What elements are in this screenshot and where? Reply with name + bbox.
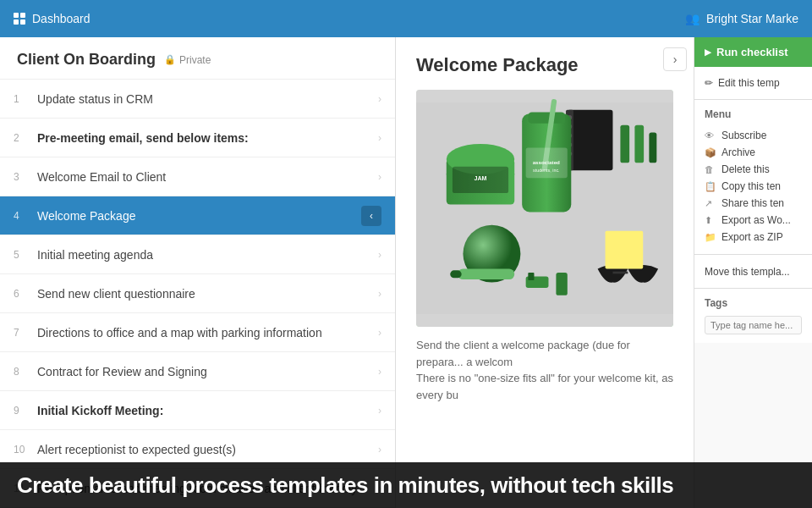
chevron-right-icon: › xyxy=(378,93,381,105)
item-number: 3 xyxy=(14,171,37,183)
move-template-button[interactable]: Move this templa... xyxy=(705,264,802,279)
checklist-item[interactable]: 3Welcome Email to Client› xyxy=(0,157,395,196)
chevron-right-icon: › xyxy=(378,249,381,261)
checklist-item[interactable]: 8Contract for Review and Signing› xyxy=(0,352,395,391)
item-number: 2 xyxy=(14,132,37,144)
dashboard-label[interactable]: Dashboard xyxy=(32,12,91,25)
item-text: Contract for Review and Signing xyxy=(37,365,378,378)
menu-item-label: Copy this ten xyxy=(721,180,781,192)
item-number: 6 xyxy=(14,288,37,300)
menu-item-label: Archive xyxy=(721,146,755,158)
item-number: 7 xyxy=(14,327,37,339)
tags-input[interactable] xyxy=(705,316,802,334)
item-number: 5 xyxy=(14,249,37,261)
item-text: Initial meeting agenda xyxy=(37,248,378,262)
chevron-right-icon: › xyxy=(378,132,381,144)
item-text: Initial Kickoff Meeting: xyxy=(37,404,378,417)
checklist-item[interactable]: 5Initial meeting agenda› xyxy=(0,235,395,274)
chevron-right-icon: › xyxy=(378,366,381,378)
menu-items: 👁Subscribe📦Archive🗑Delete this📋Copy this… xyxy=(705,127,802,246)
item-text: Pre-meeting email, send below items: xyxy=(37,131,378,145)
menu-item-icon: 📋 xyxy=(705,181,716,192)
item-text: Welcome Email to Client xyxy=(37,170,378,184)
user-icon: 👥 xyxy=(685,12,700,25)
item-text: Update status in CRM xyxy=(37,92,378,106)
menu-item[interactable]: 📦Archive xyxy=(705,144,802,161)
checklist: 1Update status in CRM›2Pre-meeting email… xyxy=(0,80,395,508)
chevron-right-icon: › xyxy=(378,288,381,300)
svg-text:students, inc.: students, inc. xyxy=(533,168,560,173)
move-section: Move this templa... xyxy=(694,255,812,289)
checklist-item[interactable]: 4Welcome Package‹ xyxy=(0,196,395,235)
chevron-right-icon: › xyxy=(378,327,381,339)
tags-label: Tags xyxy=(705,297,802,309)
menu-item[interactable]: 📋Copy this ten xyxy=(705,178,802,195)
menu-item-label: Export as Wo... xyxy=(721,214,791,226)
checklist-item[interactable]: 6Send new client questionnaire› xyxy=(0,274,395,313)
menu-item[interactable]: 🗑Delete this xyxy=(705,161,802,178)
expand-button[interactable]: › xyxy=(663,47,687,71)
menu-item-label: Export as ZIP xyxy=(721,231,783,243)
privacy-badge: 🔒 Private xyxy=(164,54,211,66)
panel-title: Client On Boarding xyxy=(17,51,156,69)
bottom-banner: Create beautiful process templates in mi… xyxy=(0,462,812,508)
brand-name: Bright Star Marke xyxy=(706,12,798,25)
item-number: 8 xyxy=(14,366,37,378)
content-inner: Welcome Package xyxy=(396,37,694,420)
menu-item[interactable]: ⬆Export as Wo... xyxy=(705,212,802,229)
checklist-item[interactable]: 7Directions to office and a map with par… xyxy=(0,313,395,352)
play-icon: ▶ xyxy=(705,47,711,57)
menu-item[interactable]: 👁Subscribe xyxy=(705,127,802,144)
menu-item[interactable]: 📁Export as ZIP xyxy=(705,229,802,246)
menu-item-icon: 👁 xyxy=(705,130,716,141)
header-left: Dashboard xyxy=(14,12,91,25)
menu-section: Menu 👁Subscribe📦Archive🗑Delete this📋Copy… xyxy=(694,100,812,255)
checklist-item[interactable]: 2Pre-meeting email, send below items:› xyxy=(0,119,395,157)
item-text: Send new client questionnaire xyxy=(37,287,378,301)
svg-rect-24 xyxy=(450,270,461,278)
menu-item-icon: 🗑 xyxy=(705,164,716,174)
checklist-item[interactable]: 1Update status in CRM› xyxy=(0,80,395,119)
item-number: 1 xyxy=(14,93,37,105)
item-text: Alert receptionist to expected guest(s) xyxy=(37,443,378,456)
item-text: Welcome Package xyxy=(37,209,361,223)
menu-item-icon: ↗ xyxy=(705,198,716,209)
chevron-right-icon: › xyxy=(378,405,381,417)
content-panel: › Welcome Package xyxy=(396,37,694,508)
item-number: 4 xyxy=(14,210,37,222)
content-image: associated students, inc. JAM xyxy=(416,90,673,327)
pencil-icon: ✏ xyxy=(705,77,713,89)
menu-item-icon: 📦 xyxy=(705,147,716,158)
right-panel: ▶ Run checklist ✏ Edit this temp Menu 👁S… xyxy=(694,37,812,508)
checklist-item[interactable]: 9Initial Kickoff Meeting:› xyxy=(0,391,395,430)
edit-template-button[interactable]: ✏ Edit this temp xyxy=(705,75,802,91)
tags-section: Tags xyxy=(694,289,812,343)
menu-item-label: Subscribe xyxy=(721,130,766,141)
item-number: 9 xyxy=(14,405,37,417)
chevron-right-icon: › xyxy=(378,444,381,456)
edit-section: ✏ Edit this temp xyxy=(694,67,812,100)
menu-item-icon: 📁 xyxy=(705,232,716,243)
svg-rect-21 xyxy=(528,273,534,280)
chevron-right-icon: › xyxy=(378,171,381,183)
svg-rect-9 xyxy=(528,112,565,123)
svg-rect-26 xyxy=(620,125,629,163)
product-svg: associated students, inc. JAM xyxy=(416,90,673,327)
app-header: Dashboard 👥 Bright Star Marke xyxy=(0,0,812,37)
panel-header: Client On Boarding 🔒 Private xyxy=(0,37,395,80)
svg-rect-29 xyxy=(606,231,644,269)
content-footer: Send the client a welcome package (due f… xyxy=(416,337,673,403)
svg-rect-27 xyxy=(634,125,644,163)
run-checklist-button[interactable]: ▶ Run checklist xyxy=(694,37,812,67)
dashboard-icon xyxy=(14,13,25,25)
product-background: associated students, inc. JAM xyxy=(416,90,673,327)
svg-rect-1 xyxy=(568,110,613,171)
item-text: Directions to office and a map with park… xyxy=(37,326,378,340)
content-title: Welcome Package xyxy=(416,54,673,76)
chevron-left-icon: ‹ xyxy=(361,206,381,226)
menu-label: Menu xyxy=(705,108,802,120)
svg-rect-28 xyxy=(649,133,656,163)
menu-item-label: Delete this xyxy=(721,163,770,175)
banner-text: Create beautiful process templates in mi… xyxy=(17,472,673,499)
menu-item[interactable]: ↗Share this ten xyxy=(705,195,802,212)
